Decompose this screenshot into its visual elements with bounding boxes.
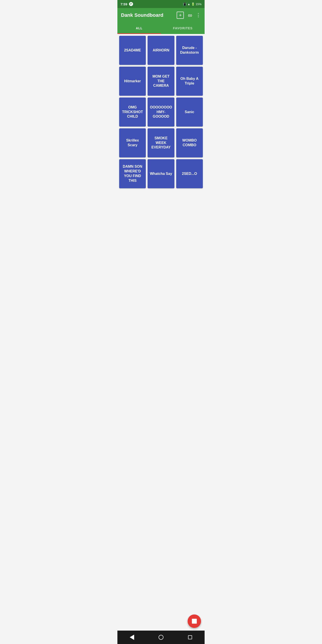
parking-icon: P <box>129 2 133 6</box>
sound-grid: 2SAD4ME AIRHORN Darude - Dankstorm Hitma… <box>118 34 204 190</box>
sound-tile-omg-trickshot[interactable]: OMG TRICKSHOT CHILD <box>119 98 146 126</box>
sound-tile-hitmarker[interactable]: Hitmarker <box>119 67 146 96</box>
add-sound-button[interactable]: + <box>177 12 184 19</box>
nav-recent-button[interactable] <box>183 633 197 642</box>
sound-tile-mom-camera[interactable]: MOM GET THE CAMERA <box>148 67 174 96</box>
app-bar-actions: + ∞ ⋮ <box>177 12 201 19</box>
sound-tile-smoke-week[interactable]: SMOKE WEEK EVERYDAY <box>148 128 174 158</box>
sound-tile-2sed[interactable]: 2SED...O <box>176 159 203 188</box>
battery-percent: 15% <box>196 2 202 6</box>
app-title: Dank Soundboard <box>121 12 163 18</box>
home-icon <box>158 635 164 640</box>
tab-favorites[interactable]: FAVORITES <box>161 22 204 34</box>
signal-icon: ▲ <box>188 2 190 6</box>
nav-bar <box>118 630 204 644</box>
sound-tile-damn-son[interactable]: DAMN SON WHERE'D YOU FIND THIS <box>119 159 146 188</box>
sound-tile-airhorn[interactable]: AIRHORN <box>148 36 174 65</box>
battery-icon: 🔋 <box>191 2 195 6</box>
vibrate-icon: 📳 <box>183 2 186 6</box>
sound-tile-ooooo[interactable]: OOOOOOOOHMY-GOOOOD <box>148 98 174 126</box>
loop-button[interactable]: ∞ <box>188 12 192 19</box>
status-time: 7:59 <box>120 2 127 6</box>
status-bar-right: 📳 ▲ 🔋 15% <box>183 2 202 6</box>
sound-tile-2sad4me[interactable]: 2SAD4ME <box>119 36 146 65</box>
status-bar-left: 7:59 P <box>120 2 133 6</box>
sound-tile-skrillex[interactable]: Skrillex Scary <box>119 128 146 158</box>
stop-icon <box>192 619 197 624</box>
stop-fab-button[interactable] <box>188 614 201 628</box>
nav-back-button[interactable] <box>125 633 139 642</box>
status-bar: 7:59 P 📳 ▲ 🔋 15% <box>118 0 204 8</box>
sound-tile-oh-baby[interactable]: Oh Baby A Triple <box>176 67 203 96</box>
more-options-button[interactable]: ⋮ <box>196 12 201 18</box>
nav-home-button[interactable] <box>154 633 168 642</box>
sound-tile-whatcha-say[interactable]: Whatcha Say <box>148 159 174 188</box>
tab-bar: ALL FAVORITES <box>118 22 204 34</box>
sound-tile-darude[interactable]: Darude - Dankstorm <box>176 36 203 65</box>
app-bar: Dank Soundboard + ∞ ⋮ <box>118 8 204 22</box>
recent-icon <box>188 635 192 639</box>
tab-all[interactable]: ALL <box>118 22 161 34</box>
back-icon <box>130 634 134 640</box>
sound-tile-sanic[interactable]: Sanic <box>176 98 203 126</box>
sound-tile-wombo[interactable]: WOMBO COMBO <box>176 128 203 158</box>
